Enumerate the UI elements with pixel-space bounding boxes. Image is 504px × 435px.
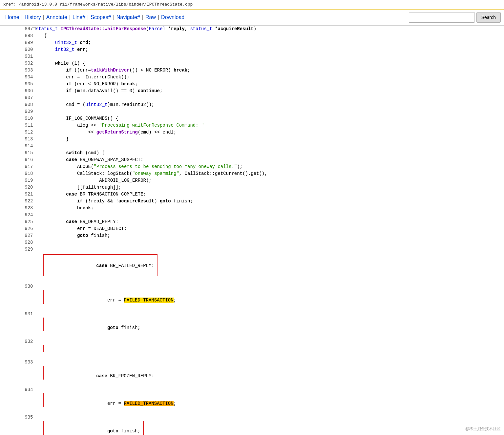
line-num[interactable]: 932 bbox=[0, 338, 33, 359]
table-row: 903 if ((err=talkWithDriver()) < NO_ERRO… bbox=[0, 67, 504, 74]
watermark: @稀土掘金技术社区 bbox=[465, 426, 501, 432]
line-num[interactable]: 934 bbox=[0, 386, 33, 414]
table-row: 911 alog << "Processing waitForResponse … bbox=[0, 122, 504, 129]
table-row: 928 bbox=[0, 239, 504, 246]
line-num[interactable]: 909 bbox=[0, 108, 33, 115]
line-num[interactable]: 927 bbox=[0, 232, 33, 239]
code-cell: case BR_FROZEN_REPLY: bbox=[33, 359, 504, 386]
table-row: 931 goto finish; bbox=[0, 311, 504, 338]
xref-bar: xref: /android-13.0.0_r11/frameworks/nat… bbox=[0, 0, 504, 10]
line-num[interactable]: 905 bbox=[0, 81, 33, 88]
line-num[interactable]: 898 bbox=[0, 32, 33, 39]
code-cell: << getReturnString(cmd) << endl; bbox=[33, 129, 504, 136]
nav-navigate[interactable]: Navigate# bbox=[115, 14, 142, 20]
code-cell: case BR_FAILED_REPLY: bbox=[33, 246, 504, 283]
line-num[interactable]: 903 bbox=[0, 67, 33, 74]
line-num[interactable]: 913 bbox=[0, 136, 33, 143]
line-num[interactable]: 925 bbox=[0, 218, 33, 225]
line-num[interactable]: 916 bbox=[0, 156, 33, 163]
code-cell: break; bbox=[33, 205, 504, 212]
table-row: 906 if (mIn.dataAvail() == 0) continue; bbox=[0, 88, 504, 94]
line-num[interactable]: 917 bbox=[0, 163, 33, 170]
code-cell: IF_LOG_COMMANDS() { bbox=[33, 115, 504, 122]
code-cell: [[fallthrough]]; bbox=[33, 184, 504, 191]
line-num[interactable]: 928 bbox=[0, 239, 33, 246]
line-num[interactable]: 901 bbox=[0, 53, 33, 60]
nav-annotate[interactable]: Annotate bbox=[44, 14, 69, 20]
line-num[interactable]: 911 bbox=[0, 122, 33, 129]
line-num[interactable]: 918 bbox=[0, 170, 33, 177]
search-input[interactable] bbox=[409, 12, 474, 23]
code-cell: case BR_DEAD_REPLY: bbox=[33, 218, 504, 225]
line-num[interactable]: 922 bbox=[0, 198, 33, 205]
table-row: 920 [[fallthrough]]; bbox=[0, 184, 504, 191]
code-cell: □status_t IPCThreadState::waitForRespons… bbox=[33, 26, 504, 32]
table-row: 919 ANDROID_LOG_ERROR); bbox=[0, 177, 504, 184]
line-num[interactable]: 902 bbox=[0, 60, 33, 67]
line-num[interactable]: 914 bbox=[0, 143, 33, 150]
line-num[interactable]: 897 bbox=[0, 26, 33, 32]
line-num[interactable]: 908 bbox=[0, 101, 33, 108]
search-container: Search bbox=[409, 12, 501, 23]
table-row: 907 bbox=[0, 94, 504, 101]
code-cell bbox=[33, 338, 504, 359]
table-row: 910 IF_LOG_COMMANDS() { bbox=[0, 115, 504, 122]
code-cell: cmd = (uint32_t)mIn.readInt32(); bbox=[33, 101, 504, 108]
code-cell: ANDROID_LOG_ERROR); bbox=[33, 177, 504, 184]
code-cell: goto finish; bbox=[33, 414, 504, 435]
table-row: 930 err = FAILED_TRANSACTION; bbox=[0, 283, 504, 311]
code-cell: err = FAILED_TRANSACTION; bbox=[33, 283, 504, 311]
line-num[interactable]: 907 bbox=[0, 94, 33, 101]
code-cell bbox=[33, 212, 504, 218]
line-num[interactable]: 904 bbox=[0, 74, 33, 81]
nav-lineno[interactable]: Line# bbox=[71, 14, 87, 20]
line-num[interactable]: 899 bbox=[0, 39, 33, 46]
line-num[interactable]: 912 bbox=[0, 129, 33, 136]
nav-home[interactable]: Home bbox=[3, 14, 21, 20]
line-num[interactable]: 935 bbox=[0, 414, 33, 435]
line-num[interactable]: 915 bbox=[0, 150, 33, 156]
code-cell bbox=[33, 143, 504, 150]
table-row: 898 { bbox=[0, 32, 504, 39]
table-row: 899 uint32_t cmd; bbox=[0, 39, 504, 46]
code-cell: alog << "Processing waitForResponse Comm… bbox=[33, 122, 504, 129]
nav-bar: Home | History | Annotate | Line# | Scop… bbox=[0, 10, 504, 26]
table-row: 902 while (1) { bbox=[0, 60, 504, 67]
line-num[interactable]: 924 bbox=[0, 212, 33, 218]
code-table: 897 □status_t IPCThreadState::waitForRes… bbox=[0, 26, 504, 435]
nav-history[interactable]: History bbox=[23, 14, 43, 20]
line-num[interactable]: 929 bbox=[0, 246, 33, 283]
code-cell: uint32_t cmd; bbox=[33, 39, 504, 46]
search-button[interactable]: Search bbox=[476, 12, 501, 23]
nav-download[interactable]: Download bbox=[159, 14, 186, 20]
xref-path: xref: /android-13.0.0_r11/frameworks/nat… bbox=[3, 2, 193, 7]
code-cell bbox=[33, 108, 504, 115]
line-num[interactable]: 906 bbox=[0, 88, 33, 94]
table-row: 926 err = DEAD_OBJECT; bbox=[0, 225, 504, 232]
code-cell: if (err < NO_ERROR) break; bbox=[33, 81, 504, 88]
line-num[interactable]: 900 bbox=[0, 46, 33, 53]
line-num[interactable]: 930 bbox=[0, 283, 33, 311]
line-num[interactable]: 923 bbox=[0, 205, 33, 212]
table-row: 916 case BR_ONEWAY_SPAM_SUSPECT: bbox=[0, 156, 504, 163]
code-cell bbox=[33, 239, 504, 246]
line-num[interactable]: 921 bbox=[0, 191, 33, 198]
table-row: 900 int32_t err; bbox=[0, 46, 504, 53]
code-cell bbox=[33, 94, 504, 101]
line-num[interactable]: 919 bbox=[0, 177, 33, 184]
table-row: 908 cmd = (uint32_t)mIn.readInt32(); bbox=[0, 101, 504, 108]
table-row: 924 bbox=[0, 212, 504, 218]
table-row: 917 ALOGE("Process seems to be sending t… bbox=[0, 163, 504, 170]
table-row: 905 if (err < NO_ERROR) break; bbox=[0, 81, 504, 88]
table-row: 914 bbox=[0, 143, 504, 150]
line-num[interactable]: 933 bbox=[0, 359, 33, 386]
nav-scopes[interactable]: Scopes# bbox=[89, 14, 113, 20]
line-num[interactable]: 931 bbox=[0, 311, 33, 338]
code-cell: goto finish; bbox=[33, 311, 504, 338]
line-num[interactable]: 926 bbox=[0, 225, 33, 232]
code-area: 897 □status_t IPCThreadState::waitForRes… bbox=[0, 26, 504, 435]
line-num[interactable]: 910 bbox=[0, 115, 33, 122]
code-cell: case BR_ONEWAY_SPAM_SUSPECT: bbox=[33, 156, 504, 163]
nav-raw[interactable]: Raw bbox=[143, 14, 158, 20]
line-num[interactable]: 920 bbox=[0, 184, 33, 191]
